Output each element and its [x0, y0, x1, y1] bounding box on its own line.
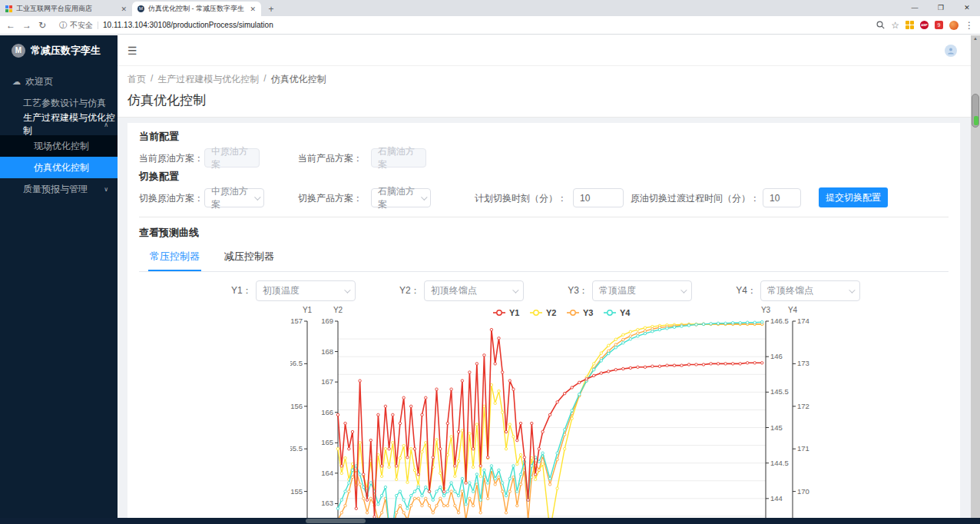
breadcrumb-modeling[interactable]: 生产过程建模与优化控制 [157, 73, 259, 86]
menu-fold-icon[interactable]: ☰ [127, 45, 137, 57]
tab-close-icon[interactable]: ✕ [121, 5, 127, 13]
new-tab-button[interactable]: + [264, 2, 278, 16]
app-favicon: M [137, 5, 144, 12]
svg-text:174: 174 [797, 317, 809, 325]
sidebar-item-production-modeling[interactable]: 生产过程建模与优化控制 ∧ [0, 114, 118, 135]
y1-select[interactable]: 初顶温度 [256, 280, 356, 301]
svg-text:171: 171 [797, 444, 809, 453]
window-close-button[interactable]: ✕ [954, 0, 980, 16]
address-bar[interactable]: ⓘ 不安全 10.11.13.104:30108/productionProce… [53, 18, 869, 32]
transition-time-input[interactable]: 10 [763, 188, 801, 207]
browser-tab-simulation[interactable]: M 仿真优化控制 - 常减压数字孪生 ✕ [132, 2, 261, 16]
svg-text:157: 157 [290, 317, 303, 325]
info-icon[interactable]: ⓘ [59, 20, 67, 31]
svg-text:170: 170 [797, 487, 809, 496]
browser-profile-avatar[interactable] [949, 21, 958, 30]
plan-time-input[interactable]: 10 [573, 188, 624, 207]
sidebar-item-process-design[interactable]: 工艺参数设计与仿真 [0, 92, 118, 114]
switch-product-select[interactable]: 石脑油方案 [371, 188, 431, 207]
current-product-field: 石脑油方案 [371, 148, 426, 167]
svg-text:Y4: Y4 [788, 306, 798, 314]
svg-text:155: 155 [290, 487, 303, 496]
extension-adblock-icon[interactable]: ABP [920, 21, 929, 29]
sidebar-item-simulation-control[interactable]: 仿真优化控制 [0, 157, 118, 178]
tab-vacuum-controller[interactable]: 减压控制器 [223, 247, 276, 271]
svg-text:145.5: 145.5 [770, 387, 789, 396]
sidebar-item-onsite-control[interactable]: 现场优化控制 [0, 135, 118, 157]
horizontal-scrollbar[interactable] [0, 518, 980, 524]
svg-text:Y1: Y1 [509, 308, 519, 317]
screen: 工业互联网平台应用商店 ✕ M 仿真优化控制 - 常减压数字孪生 ✕ + — ❐… [0, 0, 980, 524]
content-area: ☰ 首页 / 生产过程建模与优化控制 / 仿真优化控制 仿真优化控制 当前配置 [118, 35, 971, 518]
svg-text:173: 173 [797, 359, 809, 367]
current-config-row: 当前原油方案： 中原油方案 当前产品方案： 石脑油方案 [139, 148, 949, 168]
horizontal-scrollbar-thumb[interactable] [306, 519, 366, 523]
breadcrumb-separator: / [263, 73, 266, 86]
y4-selector-group: Y4： 常顶终馏点 [736, 280, 860, 301]
page-body: 当前配置 当前原油方案： 中原油方案 当前产品方案： 石脑油方案 切换配置 切换… [118, 118, 971, 519]
y2-select[interactable]: 初顶终馏点 [424, 280, 524, 301]
svg-text:167: 167 [321, 377, 333, 386]
scroll-position-marker [974, 116, 978, 125]
scroll-up-arrow-icon[interactable]: ▲ [971, 36, 980, 41]
breadcrumb-separator: / [151, 73, 153, 86]
breadcrumb-home[interactable]: 首页 [127, 73, 146, 86]
window-minimize-button[interactable]: — [902, 0, 928, 16]
sidebar-item-welcome[interactable]: ☁ 欢迎页 [0, 71, 118, 92]
window-maximize-button[interactable]: ❐ [928, 0, 954, 16]
svg-text:Y3: Y3 [761, 306, 771, 314]
reload-icon[interactable]: ↻ [38, 20, 46, 31]
chevron-down-icon [849, 287, 855, 293]
browser-tab-appstore[interactable]: 工业互联网平台应用商店 ✕ [0, 2, 132, 16]
y4-select[interactable]: 常顶终馏点 [760, 280, 860, 301]
svg-text:Y2: Y2 [333, 306, 343, 314]
submit-switch-button[interactable]: 提交切换配置 [819, 187, 888, 207]
prediction-chart: Y1157156.5156155.5155154.5Y2169168167166… [290, 303, 816, 519]
tab-close-icon[interactable]: ✕ [250, 5, 256, 13]
vertical-scrollbar-thumb[interactable] [972, 94, 979, 128]
y3-label: Y3： [568, 284, 588, 297]
forward-icon[interactable]: → [22, 20, 31, 31]
tab-title: 工业互联网平台应用商店 [16, 4, 117, 14]
window-controls: — ❐ ✕ [902, 0, 980, 16]
svg-text:172: 172 [797, 402, 809, 410]
bookmark-star-icon[interactable]: ☆ [891, 20, 899, 31]
extension-grid-icon[interactable] [906, 21, 914, 29]
browser-nav-bar: ← → ↻ ⓘ 不安全 10.11.13.104:30108/productio… [0, 16, 980, 35]
current-crude-field: 中原油方案 [204, 148, 260, 167]
sidebar-menu: ☁ 欢迎页 工艺参数设计与仿真 生产过程建模与优化控制 ∧ 现场优化控制 仿真优… [0, 66, 118, 200]
switch-config-row: 切换原油方案： 中原油方案 切换产品方案： 石脑油方案 计划切换时刻（分）： 1… [139, 187, 949, 208]
svg-text:Y4: Y4 [620, 308, 631, 317]
prediction-heading: 查看预测曲线 [139, 226, 949, 240]
omnibox-divider [98, 22, 98, 29]
extension-red-icon[interactable]: 9 [935, 21, 943, 29]
y3-select[interactable]: 常顶温度 [592, 280, 692, 301]
svg-text:Y3: Y3 [583, 308, 593, 317]
y4-label: Y4： [736, 284, 757, 297]
switch-crude-select[interactable]: 中原油方案 [204, 188, 264, 207]
y2-label: Y2： [399, 284, 420, 297]
back-icon[interactable]: ← [6, 20, 15, 31]
switch-config-heading: 切换配置 [139, 170, 949, 184]
tab-atmospheric-controller[interactable]: 常压控制器 [148, 247, 201, 271]
y1-label: Y1： [231, 284, 252, 297]
app-logo: M 常减压数字孪生 [0, 35, 118, 66]
svg-text:144.5: 144.5 [770, 459, 789, 467]
search-icon[interactable] [876, 21, 885, 29]
browser-tab-bar: 工业互联网平台应用商店 ✕ M 仿真优化控制 - 常减压数字孪生 ✕ + — ❐… [0, 0, 980, 16]
appstore-favicon [5, 5, 12, 12]
current-config-heading: 当前配置 [139, 130, 949, 144]
y3-selector-group: Y3： 常顶温度 [568, 280, 692, 301]
user-avatar[interactable] [945, 45, 957, 57]
sidebar-item-quality-forecast[interactable]: 质量预报与管理 ∨ [0, 178, 118, 200]
chevron-down-icon [421, 194, 427, 200]
chevron-up-icon: ∧ [104, 121, 108, 128]
svg-text:146: 146 [770, 352, 783, 360]
switch-product-label: 切换产品方案： [298, 192, 363, 205]
vertical-scrollbar[interactable]: ▲ [971, 35, 980, 518]
y2-selector-group: Y2： 初顶终馏点 [399, 280, 524, 301]
controller-tabs: 常压控制器 减压控制器 [139, 247, 949, 272]
svg-text:166: 166 [321, 408, 333, 416]
browser-menu-icon[interactable]: ⋮ [965, 20, 974, 31]
y1-selector-group: Y1： 初顶温度 [231, 280, 356, 301]
